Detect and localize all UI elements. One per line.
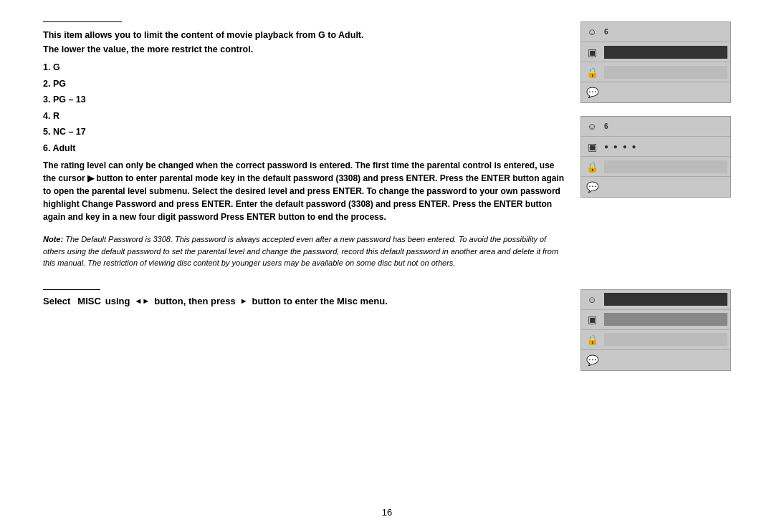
tv-icon-p3r1: ▣ <box>584 311 600 327</box>
light-bar-p3r2 <box>604 333 727 346</box>
list-item: 6. Adult <box>43 140 566 157</box>
empty-area-p1r3 <box>604 86 727 99</box>
panel2-row-1: ▣ ● ● ● ● <box>581 137 730 157</box>
select-label: Select <box>43 296 70 306</box>
lock-icon-p3r2: 🔒 <box>584 332 600 347</box>
smiley-icon-p2r0: ☺ <box>584 119 600 135</box>
tv-icon-p2r1: ▣ <box>584 139 600 155</box>
panel2-row-0: ☺ 6 <box>581 117 730 137</box>
bold-line-2: The lower the value, the more restrict t… <box>43 44 253 54</box>
bottom-text-area: Select MISC using ◄► button, then press … <box>43 289 566 371</box>
button1-text: button, then press <box>154 296 235 306</box>
note-section: Note: The Default Password is 3308. This… <box>43 233 566 269</box>
panel1-row-1: ▣ <box>581 42 730 62</box>
speech-icon-p3r3: 💬 <box>584 352 600 368</box>
page-container: This item allows you to limit the conten… <box>0 0 774 532</box>
list-item: 5. NC – 17 <box>43 124 566 140</box>
panel3-row-2: 🔒 <box>581 330 730 350</box>
panel2-row-3: 💬 <box>581 177 730 197</box>
medium-bar-p3r1 <box>604 313 727 326</box>
note-label: Note: <box>43 235 63 243</box>
panel1-row-0: ☺ 6 <box>581 22 730 42</box>
speech-icon-p2r3: 💬 <box>584 179 600 195</box>
button2-text: button to enter the Misc menu. <box>252 296 388 306</box>
rating-list: 1. G 2. PG 3. PG – 13 4. R 5. NC – 17 6.… <box>43 59 566 156</box>
panel1-number: 6 <box>604 28 608 36</box>
lock-icon-p1r2: 🔒 <box>584 64 600 80</box>
menu-panel-1: ☺ 6 ▣ 🔒 💬 <box>580 21 731 103</box>
empty-area-p3r3 <box>604 354 727 367</box>
note-text: The Default Password is 3308. This passw… <box>43 235 558 267</box>
panel3-row-1: ▣ <box>581 310 730 330</box>
light-bar-p1r2 <box>604 66 727 79</box>
speech-icon-p1r3: 💬 <box>584 84 600 100</box>
list-item: 4. R <box>43 108 566 125</box>
description-main-bold: The rating level can only be changed whe… <box>43 160 564 222</box>
panel1-row-2: 🔒 <box>581 62 730 82</box>
smiley-icon-p3r0: ☺ <box>584 291 600 307</box>
bottom-divider-line <box>43 289 100 290</box>
dark-bar-p3r0 <box>604 293 727 306</box>
main-description: This item allows you to limit the conten… <box>43 28 566 57</box>
panel2-row-2: 🔒 <box>581 157 730 177</box>
right-panels: ☺ 6 ▣ 🔒 💬 ☺ <box>580 21 731 269</box>
top-divider-line <box>43 21 122 22</box>
top-section: This item allows you to limit the conten… <box>43 21 731 269</box>
panel3-row-0: ☺ <box>581 290 730 310</box>
menu-panel-3: ☺ ▣ 🔒 💬 <box>580 289 731 371</box>
list-item: 2. PG <box>43 76 566 92</box>
panel2-number: 6 <box>604 122 608 130</box>
parental-control-description: The rating level can only be changed whe… <box>43 159 566 223</box>
smiley-icon-p1r0: ☺ <box>584 24 600 40</box>
light-bar-p2r2 <box>604 160 727 173</box>
bold-line-1: This item allows you to limit the conten… <box>43 30 364 40</box>
page-number: 16 <box>382 507 392 518</box>
menu-panel-2: ☺ 6 ▣ ● ● ● ● 🔒 💬 <box>580 116 731 198</box>
list-item: 3. PG – 13 <box>43 92 566 108</box>
select-instruction: Select MISC using ◄► button, then press … <box>43 296 566 306</box>
lock-icon-p2r2: 🔒 <box>584 159 600 175</box>
top-text-area: This item allows you to limit the conten… <box>43 21 566 269</box>
arrow2-icon: ► <box>240 296 248 305</box>
tv-icon-p1r1: ▣ <box>584 44 600 60</box>
panel3-row-3: 💬 <box>581 350 730 370</box>
misc-label: MISC <box>77 296 101 306</box>
dots-p2r1: ● ● ● ● <box>604 142 638 150</box>
list-item: 1. G <box>43 59 566 76</box>
arrow-buttons-icon: ◄► <box>134 296 150 305</box>
dark-bar-p1r1 <box>604 46 727 59</box>
panel1-row-3: 💬 <box>581 82 730 102</box>
bottom-section: Select MISC using ◄► button, then press … <box>43 289 731 371</box>
using-text: using <box>105 296 130 306</box>
empty-area-p2r3 <box>604 180 727 193</box>
